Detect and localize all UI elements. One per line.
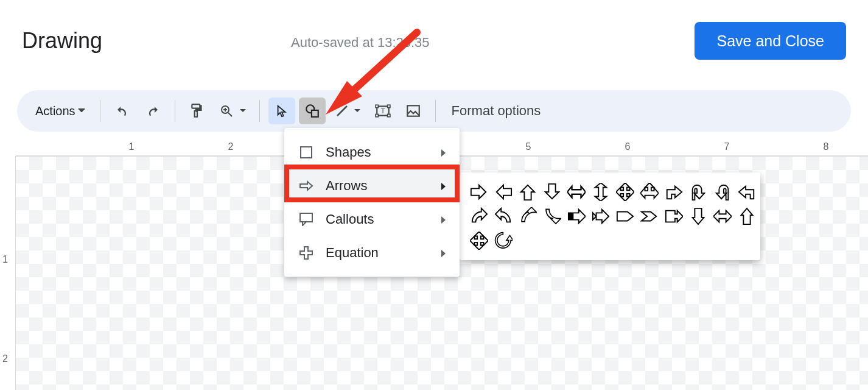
arrow-shape-right-arrow[interactable]	[468, 181, 490, 203]
submenu-arrow-icon	[441, 144, 446, 160]
arrow-shape-bent-right[interactable]	[663, 181, 685, 203]
arrow-shape-circular-arrow[interactable]	[492, 230, 514, 252]
right-callout-icon	[665, 207, 683, 225]
arrow-shape-right-callout[interactable]	[663, 205, 685, 227]
curved-up-icon	[519, 207, 537, 225]
page-title: Drawing	[22, 28, 102, 54]
menu-item-label: Arrows	[326, 178, 367, 194]
menu-item-arrows[interactable]: Arrows	[284, 169, 460, 202]
svg-rect-10	[376, 114, 378, 116]
chevron-icon	[640, 207, 659, 225]
arrow-shape-curved-right[interactable]	[468, 205, 490, 227]
left-right-callout-icon	[713, 207, 732, 225]
select-tool-button[interactable]	[268, 98, 295, 124]
ruler-number: 7	[724, 141, 730, 152]
ruler-number: 8	[824, 141, 829, 152]
toolbar-separator	[259, 100, 260, 122]
arrow-shape-tri-left-right-up[interactable]	[639, 181, 660, 203]
arrow-shape-up-callout[interactable]	[736, 205, 758, 227]
menu-item-label: Equation	[326, 245, 379, 261]
autosave-status: Auto-saved at 13:26:35	[291, 35, 430, 51]
submenu-arrow-icon	[441, 245, 446, 261]
toolbar-separator	[175, 100, 175, 122]
paint-format-button[interactable]	[184, 98, 211, 124]
down-callout-icon	[689, 207, 707, 225]
curved-right-icon	[470, 207, 488, 225]
menu-item-equation[interactable]: Equation	[284, 236, 460, 269]
left-u-turn-icon	[713, 183, 732, 201]
line-icon	[335, 104, 349, 118]
paint-roller-icon	[189, 103, 205, 119]
menu-item-label: Shapes	[326, 144, 371, 160]
svg-line-6	[337, 106, 347, 116]
pentagon-icon	[616, 207, 634, 225]
arrow-shape-left-u-turn[interactable]	[712, 181, 733, 203]
svg-line-1	[228, 113, 232, 116]
svg-text:T: T	[380, 107, 385, 115]
ruler-number: 2	[2, 353, 8, 364]
arrow-shape-left-right-arrow[interactable]	[565, 181, 587, 203]
svg-rect-9	[387, 105, 390, 107]
right-arrow-icon	[470, 183, 488, 201]
redo-button[interactable]	[139, 98, 166, 124]
arrow-right-icon	[298, 180, 315, 191]
arrow-shape-curved-up[interactable]	[517, 205, 539, 227]
ruler-number: 5	[526, 141, 531, 152]
circular-arrow-icon	[494, 232, 513, 250]
format-options-button[interactable]: Format options	[452, 103, 541, 119]
caret-down-icon	[240, 109, 246, 113]
down-arrow-icon	[543, 183, 561, 201]
actions-label: Actions	[35, 104, 75, 118]
toolbar-separator	[100, 100, 100, 122]
left-bent-icon	[738, 183, 756, 201]
arrow-shape-left-bent[interactable]	[736, 181, 758, 203]
arrow-shape-notched-right[interactable]	[590, 205, 612, 227]
ruler-number: 6	[625, 141, 631, 152]
menu-item-callouts[interactable]: Callouts	[284, 202, 460, 236]
arrow-shape-curved-down[interactable]	[541, 205, 563, 227]
submenu-arrow-icon	[441, 211, 446, 227]
actions-menu-button[interactable]: Actions	[29, 98, 91, 124]
curved-left-icon	[494, 207, 513, 225]
arrow-shape-down-arrow[interactable]	[541, 181, 563, 203]
shapes-icon	[304, 103, 320, 119]
arrow-shape-curved-left[interactable]	[492, 205, 514, 227]
save-and-close-button[interactable]: Save and Close	[695, 22, 846, 60]
left-arrow-icon	[494, 183, 513, 201]
undo-button[interactable]	[109, 98, 136, 124]
arrow-shape-up-down-arrow[interactable]	[590, 181, 612, 203]
redo-icon	[145, 104, 160, 118]
caret-down-icon	[78, 108, 85, 113]
arrow-shape-up-arrow[interactable]	[517, 181, 539, 203]
textbox-tool-button[interactable]: T	[369, 98, 396, 124]
shape-tool-button[interactable]	[299, 98, 326, 124]
arrow-shape-striped-right[interactable]	[565, 205, 587, 227]
ruler-number: 2	[228, 141, 234, 152]
menu-item-shapes[interactable]: Shapes	[284, 135, 460, 169]
striped-right-icon	[567, 207, 586, 225]
arrow-shape-pentagon[interactable]	[614, 205, 636, 227]
left-right-arrow-icon	[567, 183, 586, 201]
arrow-shape-quad-arrow[interactable]	[614, 181, 636, 203]
notched-right-icon	[592, 207, 610, 225]
arrow-shape-quad-callout[interactable]	[468, 230, 490, 252]
arrow-shape-left-arrow[interactable]	[492, 181, 514, 203]
arrow-shape-chevron[interactable]	[639, 205, 660, 227]
textbox-icon: T	[375, 103, 391, 119]
zoom-button[interactable]	[214, 98, 251, 124]
line-tool-button[interactable]	[329, 98, 366, 124]
svg-rect-15	[300, 213, 312, 222]
image-icon	[405, 103, 421, 119]
arrow-shape-down-callout[interactable]	[687, 205, 709, 227]
tri-left-right-up-icon	[640, 183, 659, 201]
svg-rect-8	[376, 105, 378, 107]
up-callout-icon	[738, 207, 756, 225]
ruler-number: 1	[2, 254, 8, 265]
zoom-icon	[219, 104, 234, 118]
submenu-arrow-icon	[441, 178, 446, 194]
image-tool-button[interactable]	[400, 98, 427, 124]
arrow-shape-left-right-callout[interactable]	[712, 205, 733, 227]
arrow-shape-u-turn[interactable]	[687, 181, 709, 203]
plus-icon	[298, 246, 315, 260]
shape-dropdown-menu: Shapes Arrows Callouts Equation	[284, 128, 460, 277]
